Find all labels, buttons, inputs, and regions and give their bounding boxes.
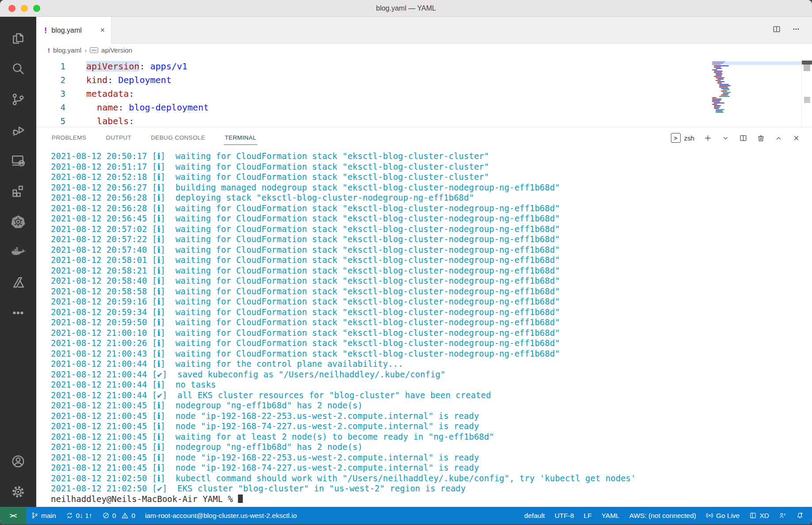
panel-tab-problems[interactable]: PROBLEMS bbox=[51, 131, 87, 145]
statusbar-branch[interactable]: main bbox=[26, 507, 61, 524]
zoom-window-button[interactable] bbox=[33, 5, 40, 12]
language-mode-label: YAML bbox=[601, 512, 620, 520]
statusbar-eol[interactable]: LF bbox=[579, 507, 597, 524]
terminal-line: 2021-08-12 20:57:02 [ℹ] waiting for Clou… bbox=[51, 224, 812, 235]
code-line-2[interactable]: 2kind: Deployment bbox=[36, 73, 812, 87]
status-bar: >< main0↓ 1↑00iam-root-account@blog-clus… bbox=[0, 507, 812, 524]
run-and-debug-icon bbox=[11, 122, 26, 137]
activitybar-more-views[interactable] bbox=[0, 297, 36, 328]
new-terminal-icon[interactable] bbox=[704, 134, 712, 142]
docker-icon bbox=[11, 244, 26, 259]
terminal-line: 2021-08-12 20:56:45 [ℹ] waiting for Clou… bbox=[51, 213, 812, 224]
kill-terminal-icon[interactable] bbox=[757, 134, 765, 142]
activitybar-settings[interactable] bbox=[0, 476, 36, 507]
window-title: blog.yaml — YAML bbox=[376, 4, 436, 12]
statusbar-notifications[interactable] bbox=[791, 507, 808, 524]
code-line-5[interactable]: 5 labels: bbox=[36, 114, 812, 127]
code-line-1[interactable]: 1apiVersion: apps/v1 bbox=[36, 60, 812, 73]
close-panel-icon[interactable] bbox=[792, 134, 801, 142]
statusbar-go-live[interactable]: Go Live bbox=[701, 507, 744, 524]
azure-icon bbox=[11, 275, 26, 290]
panel-tab-output[interactable]: OUTPUT bbox=[105, 131, 132, 145]
statusbar-xd[interactable]: XD bbox=[744, 507, 774, 524]
activitybar-source-control[interactable] bbox=[0, 84, 36, 114]
close-window-button[interactable] bbox=[8, 5, 15, 12]
terminal-prompt[interactable]: neilhaddley@Neils-MacBook-Air YAML % bbox=[51, 494, 812, 505]
aws-context-label: iam-root-account@blog-cluster.us-west-2.… bbox=[145, 512, 297, 520]
minimap-slider[interactable] bbox=[712, 61, 801, 65]
terminal-line: 2021-08-12 21:00:44 [✔] saved kubeconfig… bbox=[51, 369, 812, 380]
activitybar-docker[interactable] bbox=[0, 236, 36, 267]
terminal-line: 2021-08-12 21:00:44 [✔] all EKS cluster … bbox=[51, 390, 812, 401]
breadcrumb[interactable]: ! blog.yaml › abc apiVersion bbox=[36, 44, 812, 56]
terminal-line: 2021-08-12 20:50:17 [ℹ] waiting for Clou… bbox=[51, 151, 812, 162]
activitybar-kubernetes[interactable] bbox=[0, 206, 36, 236]
activitybar-explorer[interactable] bbox=[0, 23, 36, 53]
code-text: name: blog-deployment bbox=[86, 101, 209, 114]
titlebar[interactable]: blog.yaml — YAML bbox=[0, 0, 812, 17]
statusbar-config[interactable]: default bbox=[519, 507, 550, 524]
terminal-line: 2021-08-12 20:59:50 [ℹ] waiting for Clou… bbox=[51, 317, 812, 328]
code-editor[interactable]: 1apiVersion: apps/v12kind: Deployment3me… bbox=[36, 56, 812, 127]
error-count: 0 bbox=[112, 512, 116, 520]
editor-scrollbar[interactable] bbox=[801, 56, 812, 127]
accounts-icon bbox=[11, 454, 26, 469]
line-number: 2 bbox=[36, 73, 65, 87]
breadcrumb-file[interactable]: blog.yaml bbox=[53, 46, 81, 54]
statusbar-encoding[interactable]: UTF-8 bbox=[550, 507, 579, 524]
maximize-panel-icon[interactable] bbox=[774, 134, 783, 142]
warning-count: 0 bbox=[131, 512, 135, 520]
error-icon bbox=[102, 512, 110, 519]
statusbar-language-mode[interactable]: YAML bbox=[597, 507, 624, 524]
panel-tab-debug-console[interactable]: DEBUG CONSOLE bbox=[150, 131, 206, 145]
statusbar-feedback[interactable] bbox=[774, 507, 791, 524]
remote-indicator[interactable]: >< bbox=[0, 507, 26, 524]
terminal-line: 2021-08-12 21:00:45 [ℹ] waiting for at l… bbox=[51, 432, 812, 442]
statusbar-aws-context[interactable]: iam-root-account@blog-cluster.us-west-2.… bbox=[140, 507, 302, 524]
tab-blog-yaml[interactable]: ! blog.yaml × bbox=[36, 17, 111, 44]
activitybar-extensions[interactable] bbox=[0, 175, 36, 206]
split-terminal-icon[interactable] bbox=[739, 134, 747, 142]
breadcrumb-symbol[interactable]: apiVersion bbox=[101, 46, 132, 54]
branch-label: main bbox=[41, 512, 56, 520]
split-editor-icon[interactable] bbox=[772, 25, 781, 35]
minimize-window-button[interactable] bbox=[21, 5, 28, 12]
go-live-label: Go Live bbox=[716, 512, 739, 520]
traffic-lights bbox=[8, 0, 40, 16]
terminal-picker-icon[interactable] bbox=[721, 134, 730, 142]
editor-tab-strip: ! blog.yaml × bbox=[36, 17, 812, 44]
code-text: labels: bbox=[86, 114, 134, 127]
activitybar-remote-explorer[interactable] bbox=[0, 145, 36, 175]
terminal-line: 2021-08-12 20:58:01 [ℹ] waiting for Clou… bbox=[51, 255, 812, 266]
broadcast-icon bbox=[706, 512, 713, 519]
activitybar-accounts[interactable] bbox=[0, 446, 36, 476]
close-tab-icon[interactable]: × bbox=[100, 26, 105, 35]
statusbar-aws-connection[interactable]: AWS: (not connected) bbox=[624, 507, 701, 524]
scrollbar-thumb[interactable] bbox=[804, 65, 810, 71]
terminal-line: 2021-08-12 21:00:26 [ℹ] waiting for Clou… bbox=[51, 338, 812, 349]
terminal-shell-chip[interactable]: > zsh bbox=[671, 133, 694, 143]
activitybar-search[interactable] bbox=[0, 53, 36, 84]
remote-explorer-icon bbox=[11, 153, 26, 168]
code-text: apiVersion: apps/v1 bbox=[86, 60, 188, 73]
tab-label: blog.yaml bbox=[51, 27, 81, 34]
code-line-4[interactable]: 4 name: blog-deployment bbox=[36, 101, 812, 114]
eol-label: LF bbox=[584, 512, 592, 520]
code-line-3[interactable]: 3metadata: bbox=[36, 87, 812, 101]
terminal-output[interactable]: 2021-08-12 20:50:17 [ℹ] waiting for Clou… bbox=[36, 148, 812, 507]
xd-label: XD bbox=[759, 512, 769, 520]
more-actions-icon[interactable] bbox=[792, 25, 801, 35]
yaml-file-icon: ! bbox=[44, 26, 47, 35]
statusbar-sync[interactable]: 0↓ 1↑ bbox=[61, 507, 97, 524]
activitybar-azure[interactable] bbox=[0, 267, 36, 297]
terminal-icon: > bbox=[671, 133, 681, 143]
statusbar-problems[interactable]: 00 bbox=[97, 507, 140, 524]
terminal-line: 2021-08-12 21:00:10 [ℹ] waiting for Clou… bbox=[51, 328, 812, 339]
minimap[interactable] bbox=[712, 61, 752, 113]
terminal-line: 2021-08-12 20:57:40 [ℹ] waiting for Clou… bbox=[51, 245, 812, 255]
activitybar-run-and-debug[interactable] bbox=[0, 114, 36, 145]
panel-tab-terminal[interactable]: TERMINAL bbox=[224, 131, 257, 145]
terminal-line: 2021-08-12 20:58:58 [ℹ] waiting for Clou… bbox=[51, 286, 812, 297]
encoding-label: UTF-8 bbox=[555, 512, 574, 520]
terminal-line: 2021-08-12 20:51:17 [ℹ] waiting for Clou… bbox=[51, 162, 812, 172]
